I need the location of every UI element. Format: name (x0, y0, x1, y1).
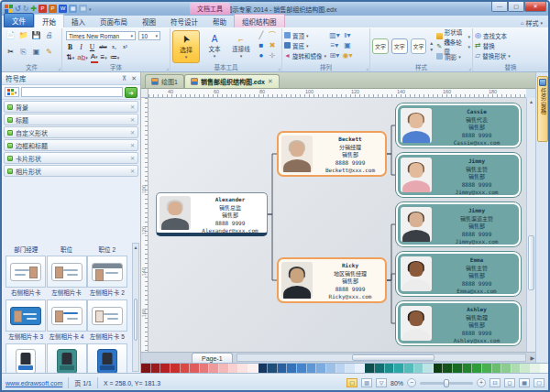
tab-help[interactable]: 帮助 (205, 15, 234, 27)
palette-swatch[interactable] (541, 364, 550, 373)
section-close-icon[interactable]: ✕ (130, 155, 135, 161)
bold-button[interactable]: B (66, 43, 74, 51)
palette-swatch[interactable] (521, 364, 531, 373)
line-tool-icon[interactable]: ╱ (259, 31, 264, 41)
align-icon[interactable]: ▥▾ (329, 31, 340, 41)
tab-symbol-design[interactable]: 符号设计 (163, 15, 205, 27)
fullscreen-view-button[interactable]: ▽ (376, 378, 387, 387)
paste-icon[interactable]: ▣ (31, 48, 41, 57)
bullet-list-icon[interactable]: ≔▾ (110, 53, 120, 62)
palette-swatch[interactable] (424, 364, 434, 373)
scroll-right-icon[interactable]: ▶ (530, 354, 534, 361)
palette-swatch[interactable] (229, 364, 239, 373)
palette-swatch[interactable] (443, 364, 453, 373)
org-card-ashley[interactable]: Ashley 销售助理 销售部 8888 9999 Ashley@xxx.com (396, 301, 521, 345)
superscript-button[interactable]: x² (121, 44, 129, 49)
copy-icon[interactable]: ⎘ (18, 48, 28, 57)
palette-swatch[interactable] (482, 364, 492, 373)
drawing-canvas[interactable]: Alexander 销售总监 销售部 8888 9999 Alexander@x… (148, 98, 526, 352)
palette-swatch[interactable] (463, 364, 473, 373)
align-text-icon[interactable]: ≡▾ (101, 53, 107, 62)
shape-left-photo-card-5[interactable] (87, 299, 127, 332)
line-spacing-icon[interactable]: ⇅▾ (66, 53, 74, 62)
palette-swatch[interactable] (268, 364, 278, 373)
palette-swatch[interactable] (151, 364, 161, 373)
zoom-in-button[interactable]: + (477, 378, 486, 387)
palette-swatch[interactable] (160, 364, 170, 373)
tab-insert[interactable]: 插入 (64, 15, 93, 27)
palette-swatch[interactable] (297, 364, 307, 373)
new-file-icon[interactable]: 📄 (6, 31, 16, 40)
scroll-thumb[interactable] (352, 354, 434, 361)
save-icon[interactable]: 💾 (31, 31, 41, 40)
section-border-title[interactable]: 边框和标题✕ (4, 139, 138, 151)
shape-left-photo-card[interactable] (47, 256, 87, 288)
underline-button[interactable]: U (88, 43, 96, 51)
palette-swatch[interactable] (375, 364, 385, 373)
delete-tool-icon[interactable]: ✖ (270, 41, 276, 51)
qat-more-icon[interactable]: ▾ (89, 6, 92, 12)
export-ppt-icon[interactable]: P (49, 5, 57, 13)
org-card-emma[interactable]: Emma 销售主管 销售部 8888 9999 Emma@xxx.com (396, 252, 521, 296)
grid-button[interactable]: ▢ (534, 378, 544, 387)
palette-swatch[interactable] (278, 364, 288, 373)
palette-swatch[interactable] (394, 364, 404, 373)
italic-button[interactable]: I (77, 43, 85, 51)
find-text-button[interactable]: ◎查找文本 (475, 30, 546, 40)
zoom-slider[interactable] (420, 382, 473, 385)
org-card-beckett[interactable]: Beckett 分销经理 销售部 8888 9999 Beckett@xxx.c… (277, 131, 387, 177)
app-icon[interactable] (5, 5, 13, 13)
maximize-button[interactable]: ▢ (508, 2, 524, 12)
subscript-button[interactable]: x₂ (110, 44, 118, 49)
rectangle-tool-icon[interactable]: ■ (259, 41, 264, 51)
section-close-icon[interactable]: ✕ (130, 168, 135, 174)
font-size-select[interactable]: 10▾ (138, 31, 160, 40)
tab-close-icon[interactable]: ✕ (268, 78, 273, 85)
task-pane-tab[interactable]: 任务窗格 (537, 76, 548, 142)
edrawsoft-link[interactable]: www.edrawsoft.com (6, 380, 62, 387)
open-file-icon[interactable]: 📁 (18, 31, 28, 40)
palette-swatch[interactable] (170, 364, 181, 373)
canvas-horizontal-scrollbar[interactable] (236, 354, 527, 362)
palette-swatch[interactable] (190, 364, 200, 373)
highlight-icon[interactable]: ab̲▾ (77, 53, 87, 62)
pan-button[interactable]: ▦ (519, 378, 530, 387)
section-custom-shapes[interactable]: 自定义形状✕ (4, 126, 138, 138)
center-canvas-icon[interactable]: ▣ (344, 41, 351, 51)
palette-swatch[interactable] (248, 364, 258, 373)
palette-swatch[interactable] (200, 364, 210, 373)
section-background[interactable]: 背景✕ (4, 101, 138, 113)
palette-swatch[interactable] (385, 364, 395, 373)
palette-swatch[interactable] (336, 364, 346, 373)
scroll-up-icon[interactable]: ▲ (133, 244, 138, 251)
style-preview-2[interactable]: 文字 (391, 38, 408, 54)
palette-swatch[interactable] (287, 364, 297, 373)
export-image-icon[interactable]: ▦ (69, 5, 77, 13)
line-outline-button[interactable]: ✎线条轮廓▾ (436, 41, 470, 51)
palette-swatch[interactable] (181, 364, 191, 373)
shape-right-photo-card[interactable] (6, 256, 46, 288)
tab-org-chart[interactable]: 组织结构图 (234, 14, 285, 27)
palette-swatch[interactable] (472, 364, 482, 373)
scroll-thumb[interactable] (134, 299, 138, 341)
crop-tool-icon[interactable]: ⊹ (270, 51, 276, 61)
send-to-back-button[interactable]: 置底▾ (284, 40, 326, 50)
palette-swatch[interactable] (219, 364, 229, 373)
palette-swatch[interactable] (238, 364, 248, 373)
section-title[interactable]: 标题✕ (4, 114, 138, 125)
export-html-icon[interactable]: ▤ (79, 5, 87, 13)
palette-swatch[interactable] (141, 364, 151, 373)
fit-view-button[interactable]: ▥ (361, 378, 372, 387)
palette-swatch[interactable] (453, 364, 463, 373)
rotate-mirror-button[interactable]: ◄旋转和镜像▾ (284, 50, 326, 60)
normal-view-button[interactable]: ▢ (346, 378, 358, 387)
layers-icon[interactable]: ≡▾ (331, 41, 339, 51)
tab-view[interactable]: 视图 (135, 15, 163, 27)
palette-swatch[interactable] (512, 364, 522, 373)
page-tab[interactable]: Page-1 (192, 353, 233, 363)
undo-icon[interactable]: ↺ (15, 5, 21, 13)
style-gallery-spinner[interactable]: ▲▼ (429, 40, 434, 52)
section-close-icon[interactable]: ✕ (130, 142, 135, 148)
org-card-jimmy-2[interactable]: Jimmy 销售渠道主管 销售部 8888 9999 Jimmy@xxx.com (396, 202, 521, 246)
fit-width-button[interactable]: ◻ (504, 378, 515, 387)
